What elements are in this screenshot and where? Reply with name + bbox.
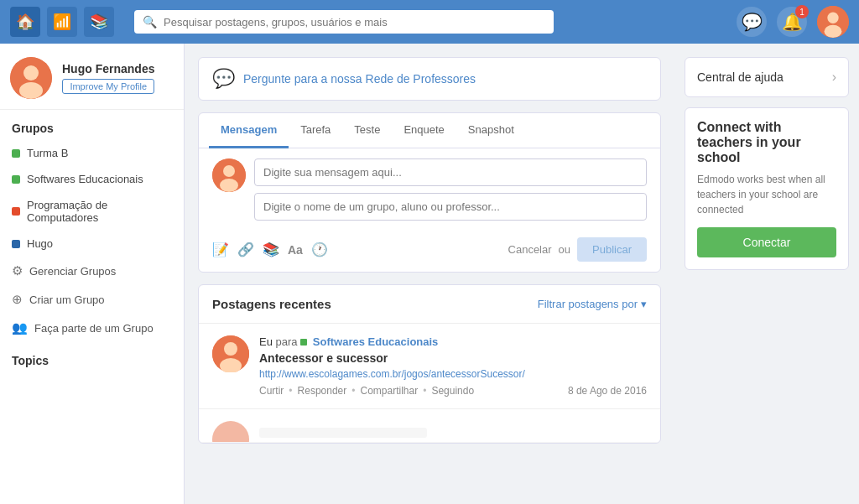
- seguindo-button[interactable]: Seguindo: [431, 385, 474, 397]
- group-color-dot: [12, 207, 20, 216]
- post-title: Antecessor e sucessor: [259, 351, 647, 365]
- improve-profile-button[interactable]: Improve My Profile: [62, 79, 154, 94]
- help-card[interactable]: Central de ajuda ›: [685, 57, 849, 97]
- note-icon[interactable]: 📝: [212, 242, 229, 257]
- sidebar-item-hugo[interactable]: Hugo: [0, 231, 184, 257]
- link-icon[interactable]: 🔗: [237, 242, 254, 257]
- recipient-input[interactable]: [254, 193, 647, 221]
- filter-label: Filtrar postagens por: [538, 298, 638, 310]
- ask-teachers-bar[interactable]: 💬 Pergunte para a nossa Rede de Professo…: [198, 57, 661, 101]
- search-icon: 🔍: [143, 15, 157, 29]
- post-item-actions: Curtir • Responder • Compartilhar • Segu…: [259, 385, 647, 397]
- group-color-dot: [12, 175, 20, 184]
- post-inputs: [254, 158, 647, 221]
- right-panel: Central de ajuda › Connect with teachers…: [674, 44, 859, 504]
- post-toolbar: 📝 🔗 📚 Aa 🕐: [212, 242, 328, 257]
- recent-posts-title: Postagens recentes: [212, 297, 331, 311]
- group-label: Softwares Educacionais: [27, 173, 143, 185]
- svg-point-5: [19, 82, 43, 99]
- dot-separator: •: [423, 385, 426, 397]
- post-tabs: Mensagem Tarefa Teste Enquete Snapshot: [199, 113, 660, 148]
- gear-icon: ⚙: [12, 263, 23, 278]
- tab-tarefa[interactable]: Tarefa: [289, 113, 342, 148]
- cancel-button[interactable]: Cancelar: [508, 243, 552, 256]
- avatar: [10, 57, 52, 99]
- action-label: Gerenciar Grupos: [29, 265, 116, 278]
- connect-description: Edmodo works best when all teachers in y…: [697, 172, 836, 217]
- sidebar: Hugo Fernandes Improve My Profile Grupos…: [0, 44, 185, 504]
- chevron-right-icon: ›: [832, 70, 836, 85]
- topics-section: Topics: [0, 342, 184, 372]
- group-label: Hugo: [27, 237, 53, 250]
- notifications-nav-btn[interactable]: 🔔 1: [777, 7, 807, 37]
- font-icon[interactable]: Aa: [288, 243, 303, 257]
- post-date: 8 de Ago de 2016: [568, 385, 647, 397]
- sidebar-item-programacao[interactable]: Programação de Computadores: [0, 192, 184, 231]
- publish-button[interactable]: Publicar: [577, 237, 647, 262]
- topics-title: Topics: [0, 342, 184, 372]
- group-label: Turma B: [27, 147, 68, 159]
- post-to-label: para: [276, 335, 301, 348]
- message-input[interactable]: [254, 158, 647, 186]
- group-dot-inline: [300, 339, 307, 346]
- profile-name: Hugo Fernandes: [62, 62, 154, 75]
- help-title: Central de ajuda: [697, 70, 784, 84]
- tab-teste[interactable]: Teste: [342, 113, 392, 148]
- post-link[interactable]: http://www.escolagames.com.br/jogos/ante…: [259, 368, 525, 380]
- library-nav-btn[interactable]: 📚: [84, 7, 114, 37]
- post-item-content: Eu para Softwares Educacionais Antecesso…: [259, 335, 647, 397]
- sidebar-item-turma-b[interactable]: Turma B: [0, 140, 184, 166]
- recent-header: Postagens recentes Filtrar postagens por…: [199, 285, 660, 324]
- post-group-name[interactable]: Softwares Educacionais: [313, 335, 439, 348]
- top-nav: 🏠 📶 📚 🔍 💬 🔔 1: [0, 0, 859, 44]
- notification-badge: 1: [795, 5, 809, 18]
- post-author-me: Eu: [259, 335, 273, 348]
- group-color-dot: [12, 149, 20, 158]
- post-body: [199, 148, 660, 231]
- grupos-section: Grupos Turma B Softwares Educacionais Pr…: [0, 110, 184, 342]
- search-bar: 🔍: [134, 10, 554, 34]
- post-item-avatar: [212, 421, 249, 443]
- connect-button[interactable]: Conectar: [697, 227, 836, 257]
- action-label: Criar um Grupo: [29, 294, 105, 306]
- post-item: [199, 409, 660, 443]
- profile-info: Hugo Fernandes Improve My Profile: [62, 62, 154, 94]
- connect-card: Connect with teachers in your school Edm…: [685, 107, 849, 270]
- svg-point-1: [827, 13, 838, 23]
- svg-point-4: [23, 65, 39, 81]
- post-footer: 📝 🔗 📚 Aa 🕐 Cancelar ou Publicar: [199, 231, 660, 272]
- search-input[interactable]: [164, 16, 545, 29]
- sidebar-item-softwares[interactable]: Softwares Educacionais: [0, 166, 184, 192]
- library-icon[interactable]: 📚: [263, 242, 279, 257]
- clock-icon[interactable]: 🕐: [311, 242, 328, 257]
- post-actions: Cancelar ou Publicar: [508, 237, 647, 262]
- tab-enquete[interactable]: Enquete: [392, 113, 456, 148]
- group-label: Programação de Computadores: [27, 199, 172, 224]
- svg-point-8: [220, 179, 238, 192]
- people-icon: 👥: [12, 320, 28, 335]
- join-group-action[interactable]: 👥 Faça parte de um Grupo: [0, 314, 184, 342]
- filter-button[interactable]: Filtrar postagens por ▾: [538, 298, 647, 310]
- topnav-right: 💬 🔔 1: [737, 6, 849, 38]
- dot-separator: •: [351, 385, 355, 397]
- activity-nav-btn[interactable]: 📶: [47, 7, 77, 37]
- post-item-avatar: [212, 335, 249, 372]
- user-avatar-btn[interactable]: [817, 6, 849, 38]
- manage-groups-action[interactable]: ⚙ Gerenciar Grupos: [0, 257, 184, 285]
- post-item: Eu para Softwares Educacionais Antecesso…: [199, 324, 660, 409]
- compartilhar-button[interactable]: Compartilhar: [360, 385, 418, 397]
- create-group-action[interactable]: ⊕ Criar um Grupo: [0, 285, 184, 314]
- svg-point-2: [825, 25, 842, 38]
- post-box: Mensagem Tarefa Teste Enquete Snapshot: [198, 112, 661, 273]
- svg-point-7: [223, 165, 235, 177]
- tab-mensagem[interactable]: Mensagem: [209, 113, 289, 148]
- curtir-button[interactable]: Curtir: [259, 385, 284, 397]
- tab-snapshot[interactable]: Snapshot: [456, 113, 526, 148]
- dot-separator: •: [289, 385, 292, 397]
- responder-button[interactable]: Responder: [298, 385, 347, 397]
- home-nav-btn[interactable]: 🏠: [10, 7, 40, 37]
- messages-nav-btn[interactable]: 💬: [737, 7, 767, 37]
- action-label: Faça parte de um Grupo: [34, 322, 154, 335]
- recent-posts: Postagens recentes Filtrar postagens por…: [198, 284, 661, 444]
- chevron-down-icon: ▾: [641, 298, 647, 310]
